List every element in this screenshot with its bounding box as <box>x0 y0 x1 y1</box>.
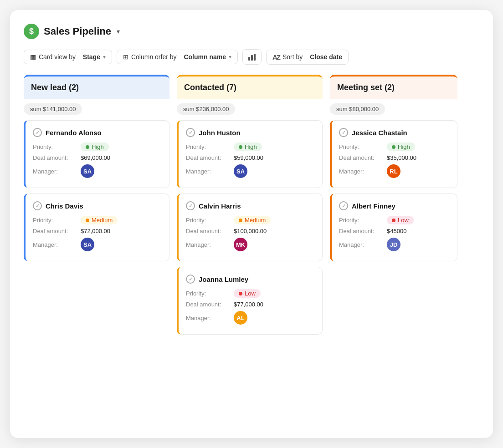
card-albert-finney[interactable]: ✓ Albert Finney Priority: Low Deal amoun… <box>330 193 457 261</box>
card-name-jessica: ✓ Jessica Chastain <box>339 128 450 137</box>
field-deal-chris: Deal amount: $72,000.00 <box>33 228 162 234</box>
name-jessica: Jessica Chastain <box>352 129 407 137</box>
avatar-john: SA <box>234 164 247 178</box>
column-order-label: Column orfer by <box>131 53 177 61</box>
priority-label-calvin: Priority: <box>186 217 234 224</box>
sort-label: Sort by <box>282 53 303 61</box>
priority-value-jessica: High <box>387 143 415 151</box>
deal-label: Deal amount: <box>33 154 81 161</box>
deal-value-chris: $72,000.00 <box>81 228 110 234</box>
card-joanna-lumley[interactable]: ✓ Joanna Lumley Priority: Low Deal amoun… <box>177 267 323 335</box>
name-chris: Chris Davis <box>46 202 83 210</box>
svg-rect-1 <box>251 55 253 61</box>
card-view-label: Card view by <box>39 53 76 61</box>
column-order-icon: ⊞ <box>123 53 128 61</box>
svg-rect-0 <box>248 57 250 61</box>
card-jessica-chastain[interactable]: ✓ Jessica Chastain Priority: High Deal a… <box>330 120 457 188</box>
app-icon-symbol: $ <box>29 27 34 36</box>
column-title-contacted: Contacted (7) <box>184 83 236 92</box>
check-icon-calvin: ✓ <box>186 201 195 210</box>
deal-label-joanna: Deal amount: <box>186 301 234 308</box>
column-meeting-set: Meeting set (2) sum $80,000.00 ✓ Jessica… <box>330 75 457 340</box>
manager-label: Manager: <box>33 168 81 175</box>
deal-value-joanna: $77,000.00 <box>234 301 263 308</box>
priority-dot-calvin <box>239 219 242 222</box>
card-name-chris: ✓ Chris Davis <box>33 201 162 210</box>
card-fernando-alonso[interactable]: ✓ Fernando Alonso Priority: High Deal am… <box>24 120 169 188</box>
field-priority-albert: Priority: Low <box>339 216 450 224</box>
priority-label-joanna: Priority: <box>186 290 234 297</box>
avatar-joanna: AL <box>234 311 247 325</box>
deal-value-jessica: $35,000.00 <box>387 154 416 161</box>
page-title: Sales Pipeline <box>44 25 111 37</box>
avatar-chris: SA <box>81 238 94 251</box>
field-manager-fernando: Manager: SA <box>33 164 162 178</box>
header: $ Sales Pipeline ▾ <box>24 24 479 39</box>
priority-value-chris: Medium <box>81 216 118 224</box>
sort-button[interactable]: AZ Sort by Close date <box>266 50 349 65</box>
field-deal-calvin: Deal amount: $100,000.00 <box>186 228 315 234</box>
column-order-value: Column name <box>184 53 226 61</box>
name-calvin: Calvin Harris <box>199 202 241 210</box>
check-icon-joanna: ✓ <box>186 275 195 284</box>
svg-rect-2 <box>254 54 256 61</box>
field-priority-chris: Priority: Medium <box>33 216 162 224</box>
priority-label-albert: Priority: <box>339 217 387 224</box>
field-priority-joanna: Priority: Low <box>186 289 315 298</box>
field-priority-john: Priority: High <box>186 143 315 151</box>
card-name-albert: ✓ Albert Finney <box>339 201 450 210</box>
column-order-arrow: ▾ <box>229 54 231 60</box>
priority-value-calvin: Medium <box>234 216 271 224</box>
sum-meeting-set: sum $80,000.00 <box>330 103 385 115</box>
card-calvin-harris[interactable]: ✓ Calvin Harris Priority: Medium Deal am… <box>177 193 323 261</box>
priority-label: Priority: <box>33 143 81 150</box>
column-order-button[interactable]: ⊞ Column orfer by Column name ▾ <box>117 50 238 64</box>
manager-label-calvin: Manager: <box>186 241 234 248</box>
priority-dot-chris <box>86 219 89 222</box>
avatar-calvin: MK <box>234 238 247 251</box>
title-dropdown-arrow[interactable]: ▾ <box>117 28 120 35</box>
bar-chart-icon <box>248 53 256 61</box>
manager-label-joanna: Manager: <box>186 315 234 321</box>
field-deal-joanna: Deal amount: $77,000.00 <box>186 301 315 308</box>
column-new-lead: New lead (2) sum $141,000.00 ✓ Fernando … <box>24 75 169 340</box>
card-name-fernando: ✓ Fernando Alonso <box>33 128 162 137</box>
kanban-board: New lead (2) sum $141,000.00 ✓ Fernando … <box>24 75 479 340</box>
sort-icon: AZ <box>272 53 280 61</box>
field-manager-john: Manager: SA <box>186 164 315 178</box>
field-manager-joanna: Manager: AL <box>186 311 315 325</box>
card-name-john: ✓ John Huston <box>186 128 315 137</box>
check-icon-jessica: ✓ <box>339 128 348 137</box>
column-header-meeting-set: Meeting set (2) <box>330 75 457 99</box>
card-chris-davis[interactable]: ✓ Chris Davis Priority: Medium Deal amou… <box>24 193 169 261</box>
app-icon: $ <box>24 24 39 39</box>
deal-value-john: $59,000.00 <box>234 154 263 161</box>
priority-value-albert: Low <box>387 216 414 224</box>
field-priority-jessica: Priority: High <box>339 143 450 151</box>
field-manager-albert: Manager: JD <box>339 238 450 251</box>
field-deal-fernando: Deal amount: $69,000.00 <box>33 154 162 161</box>
chart-button[interactable] <box>242 49 262 65</box>
field-deal-albert: Deal amount: $45000 <box>339 228 450 234</box>
card-view-button[interactable]: ▦ Card view by Stage ▾ <box>24 50 112 64</box>
deal-value-albert: $45000 <box>387 228 406 234</box>
toolbar: ▦ Card view by Stage ▾ ⊞ Column orfer by… <box>24 49 479 65</box>
app-container: $ Sales Pipeline ▾ ▦ Card view by Stage … <box>10 10 493 438</box>
deal-label-calvin: Deal amount: <box>186 228 234 234</box>
deal-label-john: Deal amount: <box>186 154 234 161</box>
avatar-jessica: RL <box>387 164 400 178</box>
deal-value-calvin: $100,000.00 <box>234 228 267 234</box>
manager-label-albert: Manager: <box>339 241 387 248</box>
field-priority-fernando: Priority: High <box>33 143 162 151</box>
priority-value-john: High <box>234 143 262 151</box>
priority-dot-john <box>239 145 242 149</box>
card-view-value: Stage <box>83 53 100 61</box>
priority-label-john: Priority: <box>186 143 234 150</box>
avatar-fernando: SA <box>81 164 94 178</box>
priority-dot-jessica <box>392 145 395 149</box>
field-manager-calvin: Manager: MK <box>186 238 315 251</box>
priority-dot-joanna <box>239 292 242 295</box>
sum-contacted: sum $236,000.00 <box>177 103 235 115</box>
name-albert: Albert Finney <box>352 202 395 210</box>
card-john-huston[interactable]: ✓ John Huston Priority: High Deal amount… <box>177 120 323 188</box>
